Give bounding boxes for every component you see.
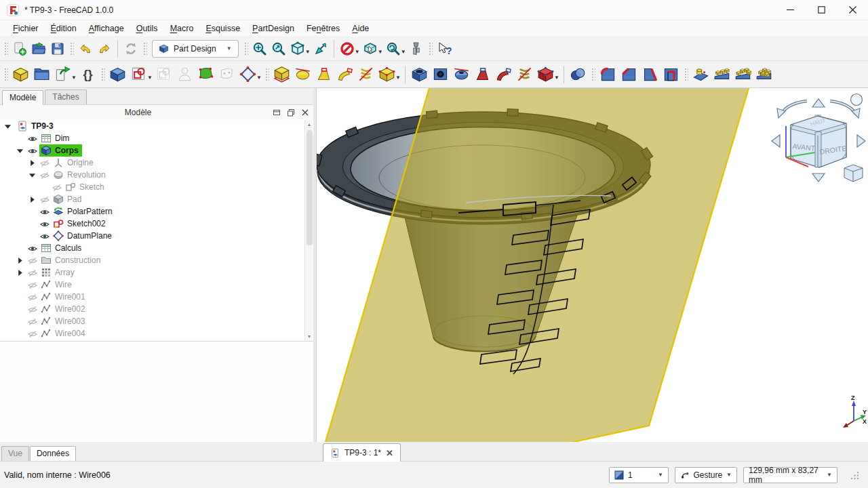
tree-item-sketch002[interactable]: Sketch002 [0, 218, 313, 230]
tab-modele[interactable]: Modèle [2, 90, 43, 105]
toolbar-grip[interactable] [69, 41, 74, 56]
visibility-off-icon[interactable] [52, 183, 62, 192]
menu-esquisse[interactable]: Esquisse [199, 22, 246, 35]
tree-item-sketch[interactable]: Sketch [0, 181, 313, 193]
additive-loft-button[interactable] [313, 64, 334, 85]
isometric-view-button[interactable] [288, 39, 307, 58]
tree-item-tp9-3[interactable]: TP9-3 [0, 120, 313, 132]
tab-donnees[interactable]: Données [30, 446, 76, 461]
toolbar-grip[interactable] [684, 67, 688, 82]
visibility-off-icon[interactable] [40, 171, 50, 180]
pad-button[interactable] [271, 64, 292, 85]
expand-arrow-icon[interactable] [16, 147, 24, 155]
open-file-button[interactable] [29, 39, 48, 58]
tree-item-corps[interactable]: Corps [0, 144, 313, 157]
menu-partdesign[interactable]: PartDesign [246, 22, 300, 35]
additive-sweep-button[interactable] [334, 64, 355, 85]
part-button[interactable] [10, 64, 31, 85]
visibility-off-icon[interactable] [28, 305, 37, 314]
visibility-on-icon[interactable] [40, 207, 50, 217]
tree-item-origine[interactable]: Origine [0, 157, 313, 169]
float-panel-icon[interactable] [287, 108, 295, 117]
undo-button[interactable] [76, 39, 95, 58]
groove-button[interactable] [451, 64, 472, 85]
3d-scene[interactable]: HAUT AVANT DROITE [317, 88, 868, 442]
dock-panel-icon[interactable] [273, 108, 281, 117]
tree-scrollbar[interactable]: ▲ ▼ [304, 120, 313, 341]
refresh-button[interactable] [121, 39, 140, 58]
tree-item-construction[interactable]: Construction [0, 254, 313, 266]
toolbar-grip[interactable] [243, 41, 248, 56]
toolbar-grip[interactable] [264, 67, 269, 82]
group-button[interactable] [31, 64, 52, 85]
boolean-button[interactable] [568, 64, 589, 85]
menu-fentres[interactable]: Fenêtres [300, 22, 346, 35]
subtractive-loft-button[interactable] [472, 64, 493, 85]
tree-item-revolution[interactable]: Revolution [0, 169, 313, 181]
visibility-off-icon[interactable] [28, 317, 37, 327]
resize-grip[interactable] [849, 470, 860, 481]
sync-view-button[interactable] [311, 39, 330, 58]
menu-dition[interactable]: Édition [45, 22, 83, 35]
polar-pattern-button[interactable] [732, 64, 753, 85]
linear-pattern-button[interactable] [711, 64, 732, 85]
navigation-style-dropdown[interactable]: Gesture ▼ [675, 467, 737, 483]
menu-affichage[interactable]: Affichage [83, 22, 130, 35]
clipping-plane-button[interactable] [338, 39, 357, 58]
close-tab-icon[interactable]: ✕ [386, 448, 393, 458]
tree-item-wire[interactable]: Wire [0, 279, 313, 291]
visibility-off-icon[interactable] [40, 159, 50, 168]
mirrored-button[interactable] [690, 64, 711, 85]
tree-item-polarpattern[interactable]: PolarPattern [0, 205, 313, 218]
scrollbar-thumb[interactable] [307, 130, 313, 245]
toolbar-grip[interactable] [591, 67, 595, 82]
additive-helix-button[interactable] [355, 64, 376, 85]
visibility-off-icon[interactable] [28, 256, 37, 266]
create-sketch-button[interactable] [128, 64, 149, 85]
dimensions-dropdown[interactable]: 129,96 mm x 83,27 mm ▼ [743, 467, 837, 483]
selection-view-button[interactable] [361, 39, 380, 58]
multitransform-button[interactable] [753, 64, 774, 85]
visibility-on-icon[interactable] [28, 244, 37, 253]
tab-taches[interactable]: Tâches [45, 89, 86, 104]
maximize-button[interactable] [806, 0, 837, 20]
visibility-off-icon[interactable] [28, 329, 37, 339]
varset-button[interactable]: {} [77, 64, 98, 85]
subtractive-helix-button[interactable] [514, 64, 535, 85]
workbench-selector[interactable]: Part Design▼ [152, 40, 239, 58]
visibility-on-icon[interactable] [28, 134, 37, 144]
pocket-button[interactable] [409, 64, 430, 85]
tree-item-wire001[interactable]: Wire001 [0, 291, 313, 303]
tab-vue[interactable]: Vue [1, 446, 29, 461]
collapse-arrow-icon[interactable] [28, 159, 36, 167]
revolution-button[interactable] [292, 64, 313, 85]
menu-aide[interactable]: Aide [346, 22, 375, 35]
tree-item-wire002[interactable]: Wire002 [0, 303, 313, 315]
create-body-button[interactable] [107, 64, 128, 85]
menu-outils[interactable]: Outils [130, 22, 164, 35]
visibility-off-icon[interactable] [28, 281, 37, 290]
thickness-button[interactable] [660, 64, 682, 85]
navcube-small-cube-icon[interactable] [844, 165, 863, 182]
menu-macro[interactable]: Macro [164, 22, 200, 35]
redo-button[interactable] [95, 39, 114, 58]
draw-style-dropdown[interactable]: 1 ▼ [609, 467, 669, 483]
fillet-button[interactable] [597, 64, 618, 85]
subtractive-primitive-button[interactable] [535, 64, 556, 85]
new-file-button[interactable] [10, 39, 29, 58]
tree-item-datumplane[interactable]: DatumPlane [0, 230, 313, 242]
toolbar-grip[interactable] [142, 41, 147, 56]
chamfer-button[interactable] [618, 64, 639, 85]
visibility-off-icon[interactable] [28, 293, 37, 302]
map-sketch-button[interactable] [195, 64, 216, 85]
fit-all-button[interactable] [250, 39, 269, 58]
close-panel-icon[interactable] [301, 108, 309, 117]
visibility-off-icon[interactable] [40, 195, 50, 205]
measure-button[interactable] [407, 39, 426, 58]
menu-fichier[interactable]: Fichier [7, 22, 45, 35]
save-file-button[interactable] [48, 39, 67, 58]
toolbar-grip[interactable] [3, 41, 8, 56]
collapse-arrow-icon[interactable] [28, 196, 36, 203]
visibility-off-icon[interactable] [28, 268, 37, 278]
draft-button[interactable] [639, 64, 660, 85]
